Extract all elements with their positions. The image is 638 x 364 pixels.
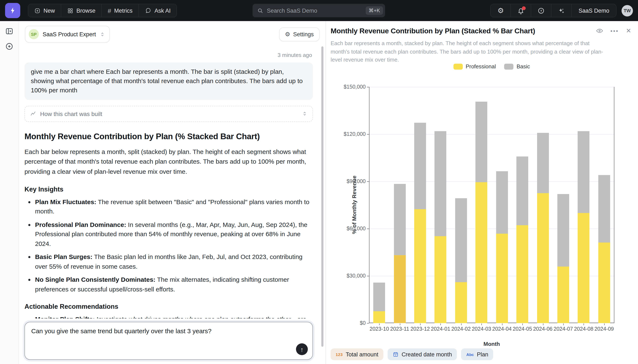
chat-input[interactable]: Can you give the same trend but quarterl… <box>25 322 313 360</box>
bullet-item: Plan Mix Fluctuates: The revenue split b… <box>35 197 313 216</box>
recommendations-list: Monitor Plan Shifts: Investigate what dr… <box>25 315 313 318</box>
panel-toggle-icon <box>5 27 14 36</box>
select-chevrons-icon <box>100 32 105 37</box>
grid-icon <box>67 8 74 14</box>
lightning-bolt-icon <box>9 7 17 14</box>
agent-selector[interactable]: SP SaaS Product Expert <box>25 26 110 42</box>
tag-plan[interactable]: Abc Plan <box>461 348 493 360</box>
settings-gear-button[interactable]: ⚙ <box>491 4 511 17</box>
global-search-input[interactable]: Search SaaS Demo ⌘+K <box>252 4 385 17</box>
bar-2023-10-basic[interactable] <box>373 282 385 311</box>
bar-2024-04-professional[interactable] <box>496 234 508 323</box>
string-field-icon: Abc <box>466 352 474 356</box>
bar-2023-12-professional[interactable] <box>414 209 426 323</box>
chat-panel: SP SaaS Product Expert ⚙ Settings 3 minu… <box>19 21 326 364</box>
tag-total-amount[interactable]: 123 Total amount <box>331 348 383 360</box>
bar-2024-03-basic[interactable] <box>476 102 487 182</box>
x-tick-mark <box>461 324 462 325</box>
bar-2024-02-professional[interactable] <box>455 282 467 323</box>
new-thread-button[interactable] <box>5 42 14 50</box>
ask-ai-button[interactable]: Ask AI <box>139 4 177 17</box>
recommendations-heading: Actionable Recommendations <box>25 303 313 310</box>
bullet-item: Basic Plan Surges: The Basic plan led in… <box>35 252 313 271</box>
bar-2024-07-professional[interactable] <box>557 267 569 323</box>
top-navbar: New Browse # Metrics Ask AI Search SaaS … <box>0 0 638 21</box>
metrics-label: Metrics <box>114 8 133 14</box>
gridline <box>370 87 614 87</box>
legend-swatch <box>454 64 463 70</box>
bar-2024-05-professional[interactable] <box>516 225 528 323</box>
browse-label: Browse <box>76 8 95 14</box>
navbar-right: ⚙ ? SaaS Demo TW <box>490 4 633 17</box>
gear-icon: ⚙ <box>497 7 504 14</box>
new-button[interactable]: New <box>28 4 61 17</box>
bar-2023-10-professional[interactable] <box>373 311 385 323</box>
bar-2024-08-basic[interactable] <box>578 132 590 213</box>
x-axis-title: Month <box>369 341 614 347</box>
bar-2024-01-basic[interactable] <box>435 132 447 236</box>
bar-2024-05-basic[interactable] <box>516 156 528 225</box>
bar-2024-02-basic[interactable] <box>455 198 467 282</box>
bar-2024-07-basic[interactable] <box>557 194 569 266</box>
tag-created-date-month[interactable]: 1 Created date month <box>388 348 457 360</box>
x-tick-mark <box>502 324 502 325</box>
legend-item-professional[interactable]: Professional <box>454 63 496 70</box>
workspace-name: SaaS Demo <box>578 8 609 14</box>
bar-2024-03-professional[interactable] <box>476 182 487 323</box>
plus-circle-icon <box>5 42 14 50</box>
chat-star-icon <box>145 7 152 14</box>
app-window: New Browse # Metrics Ask AI Search SaaS … <box>0 0 638 364</box>
how-chart-built-toggle[interactable]: How this chart was built <box>25 106 313 122</box>
preview-eye-button[interactable] <box>596 27 603 34</box>
search-placeholder: Search SaaS Demo <box>267 8 366 14</box>
bar-2023-12-basic[interactable] <box>414 123 426 209</box>
metrics-button[interactable]: # Metrics <box>102 4 139 17</box>
bar-2023-11-basic[interactable] <box>394 184 406 256</box>
chat-input-value: Can you give the same trend but quarterl… <box>31 327 306 334</box>
bar-2024-09-professional[interactable] <box>598 242 610 323</box>
new-label: New <box>44 8 55 14</box>
app-logo[interactable] <box>5 3 20 18</box>
plus-square-icon <box>34 8 41 14</box>
x-tick-mark <box>379 324 380 325</box>
bar-2023-11-professional[interactable] <box>394 256 406 323</box>
workspace-button[interactable]: SaaS Demo <box>572 4 616 17</box>
more-options-button[interactable]: ••• <box>610 28 619 34</box>
notification-badge <box>522 6 526 10</box>
settings-label: Settings <box>293 31 314 37</box>
chat-messages[interactable]: 3 minutes ago give me a bar chart where … <box>19 46 326 318</box>
settings-gear-icon: ⚙ <box>285 31 290 37</box>
legend-item-basic[interactable]: Basic <box>504 63 530 70</box>
chart-legend: ProfessionalBasic <box>369 63 614 70</box>
bar-2024-08-professional[interactable] <box>578 213 590 323</box>
bar-2024-06-basic[interactable] <box>537 133 549 194</box>
bullet-item: Monitor Plan Shifts: Investigate what dr… <box>35 315 313 318</box>
numeric-field-icon: 123 <box>336 352 343 356</box>
y-tick-mark <box>367 134 369 134</box>
close-panel-button[interactable]: ✕ <box>626 27 631 34</box>
user-avatar[interactable]: TW <box>621 5 633 16</box>
agent-avatar: SP <box>29 29 39 39</box>
bar-2024-06-professional[interactable] <box>537 194 549 323</box>
bar-2024-09-basic[interactable] <box>598 175 610 242</box>
help-button[interactable]: ? <box>531 4 551 17</box>
message-timestamp: 3 minutes ago <box>25 52 312 58</box>
notifications-button[interactable] <box>511 4 531 17</box>
ellipsis-icon: ••• <box>610 28 619 34</box>
chat-scrollbar[interactable] <box>321 46 324 347</box>
collapse-sidebar-button[interactable] <box>5 27 14 36</box>
x-tick-label: 2024-09 <box>589 326 619 332</box>
help-icon: ? <box>537 7 545 14</box>
send-button[interactable]: ↑ <box>296 343 308 355</box>
x-tick-mark <box>482 324 482 325</box>
browse-button[interactable]: Browse <box>61 4 102 17</box>
y-tick-label: $120,000 <box>328 131 366 137</box>
y-axis-title: % of Monthly Revenue <box>351 146 358 264</box>
calendar-icon: 1 <box>393 351 399 357</box>
ai-sparkles-button[interactable] <box>551 4 572 17</box>
agent-settings-button[interactable]: ⚙ Settings <box>279 27 320 41</box>
bar-2024-04-basic[interactable] <box>496 172 508 234</box>
svg-text:1: 1 <box>395 354 396 356</box>
chart-panel: Monthly Revenue Contribution by Plan (St… <box>326 21 638 364</box>
bar-2024-01-professional[interactable] <box>435 236 447 323</box>
